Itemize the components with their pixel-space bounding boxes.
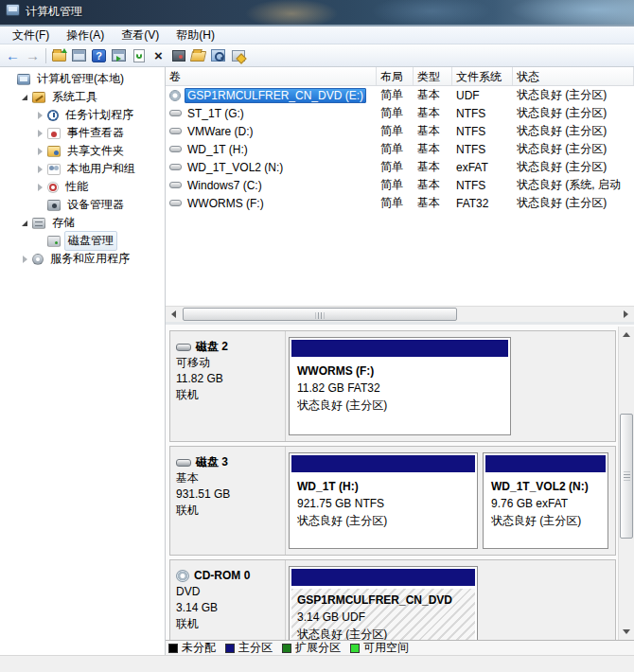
sidebar-item-10[interactable]: 服务和应用程序 bbox=[0, 250, 165, 268]
tree-expand-icon[interactable] bbox=[19, 256, 30, 263]
partition-label: GSP1RMCULFRER_CN_DVD bbox=[297, 592, 469, 609]
tree-expand-icon[interactable] bbox=[34, 166, 45, 173]
open-folder-icon bbox=[190, 51, 206, 62]
partition-label: WD_1T_VOL2 (N:) bbox=[491, 478, 600, 495]
volume-table-header: 卷布局类型文件系统状态 bbox=[166, 67, 634, 86]
hard-drive-icon bbox=[169, 128, 182, 134]
vertical-scrollbar-thumb[interactable] bbox=[620, 414, 633, 539]
menu-item-3[interactable]: 帮助(H) bbox=[167, 27, 223, 44]
disk-size: 931.51 GB bbox=[176, 486, 279, 503]
column-header-0[interactable]: 卷 bbox=[166, 67, 377, 85]
tree-collapse-icon[interactable] bbox=[19, 95, 30, 100]
column-header-3[interactable]: 文件系统 bbox=[452, 67, 513, 85]
tree-expand-icon[interactable] bbox=[34, 130, 45, 137]
volume-status: 状态良好 (主分区) bbox=[513, 87, 634, 103]
tree-expand-icon[interactable] bbox=[34, 184, 45, 191]
back-button[interactable]: ← bbox=[3, 46, 23, 65]
volume-type: 基本 bbox=[414, 177, 452, 193]
partition[interactable]: WD_1T (H:)921.75 GB NTFS状态良好 (主分区) bbox=[289, 452, 478, 549]
volume-layout: 简单 bbox=[377, 123, 414, 139]
disk-icon bbox=[176, 344, 191, 351]
volume-row[interactable]: VMWare (D:)简单基本NTFS状态良好 (主分区) bbox=[166, 122, 634, 140]
cdrom-icon bbox=[176, 570, 189, 582]
tree-item-label: 设备管理器 bbox=[64, 196, 127, 214]
tree-item-label: 磁盘管理 bbox=[64, 231, 117, 251]
volume-row[interactable]: Windows7 (C:)简单基本NTFS状态良好 (系统, 启动 bbox=[166, 176, 634, 194]
sidebar-item-4[interactable]: 共享文件夹 bbox=[0, 142, 165, 160]
sidebar-item-8[interactable]: 存储 bbox=[0, 214, 165, 232]
legend-item-2: 扩展分区 bbox=[282, 640, 341, 655]
horizontal-scrollbar-thumb[interactable] bbox=[183, 308, 457, 321]
disk-header[interactable]: 磁盘 2可移动11.82 GB联机 bbox=[170, 331, 286, 441]
scroll-left-button[interactable] bbox=[166, 307, 182, 322]
partition-color-bar bbox=[291, 455, 475, 472]
sidebar-tree: 计算机管理(本地)系统工具任务计划程序事件查看器共享文件夹本地用户和组性能设备管… bbox=[0, 67, 166, 655]
legend-label: 未分配 bbox=[182, 640, 216, 655]
volume-row[interactable]: WD_1T (H:)简单基本NTFS状态良好 (主分区) bbox=[166, 140, 634, 158]
sidebar-item-3[interactable]: 事件查看器 bbox=[0, 124, 165, 142]
volume-row[interactable]: WD_1T_VOL2 (N:)简单基本exFAT状态良好 (主分区) bbox=[166, 158, 634, 176]
tree-collapse-icon[interactable] bbox=[19, 221, 30, 226]
disk-header[interactable]: 磁盘 3基本931.51 GB联机 bbox=[170, 447, 286, 555]
volume-row[interactable]: WWORMS (F:)简单基本FAT32状态良好 (主分区) bbox=[166, 194, 634, 212]
horizontal-scrollbar[interactable] bbox=[166, 306, 634, 322]
menu-item-1[interactable]: 操作(A) bbox=[58, 27, 113, 44]
partition-color-bar bbox=[291, 569, 475, 586]
partition[interactable]: GSP1RMCULFRER_CN_DVD3.14 GB UDF状态良好 (主分区… bbox=[289, 566, 478, 640]
action-pane-icon bbox=[112, 49, 126, 62]
partition[interactable]: WWORMS (F:)11.82 GB FAT32状态良好 (主分区) bbox=[289, 337, 511, 435]
partition-body: WD_1T (H:)921.75 GB NTFS状态良好 (主分区) bbox=[291, 473, 475, 546]
disk-header[interactable]: CD-ROM 0DVD3.14 GB联机 bbox=[170, 560, 286, 640]
legend-swatch bbox=[168, 644, 178, 653]
vertical-scrollbar[interactable] bbox=[618, 327, 634, 640]
disk-title: CD-ROM 0 bbox=[176, 568, 279, 584]
sidebar-item-6[interactable]: 性能 bbox=[0, 178, 165, 196]
column-header-4[interactable]: 状态 bbox=[513, 67, 634, 85]
volume-name: ST_1T (G:) bbox=[185, 107, 246, 120]
cd-drive-icon bbox=[169, 90, 181, 101]
sidebar-item-1[interactable]: 系统工具 bbox=[0, 88, 165, 106]
disk-type: 可移动 bbox=[176, 355, 279, 371]
sidebar-item-5[interactable]: 本地用户和组 bbox=[0, 160, 165, 178]
disk-type: DVD bbox=[176, 584, 279, 600]
tree-item-label: 存储 bbox=[49, 214, 78, 232]
properties-button[interactable] bbox=[168, 46, 188, 65]
refresh-button[interactable] bbox=[129, 46, 149, 65]
forward-button[interactable]: → bbox=[23, 46, 43, 65]
menu-item-2[interactable]: 查看(V) bbox=[113, 27, 167, 44]
export-folder-icon bbox=[52, 51, 66, 62]
volume-row[interactable]: GSP1RMCULFRER_CN_DVD (E:)简单基本UDF状态良好 (主分… bbox=[166, 86, 634, 104]
console-tree-button[interactable] bbox=[69, 46, 89, 65]
open-folder-button[interactable] bbox=[188, 46, 208, 65]
titlebar[interactable]: 计算机管理 bbox=[0, 0, 634, 27]
sidebar-item-7[interactable]: 设备管理器 bbox=[0, 196, 165, 214]
disk-row-0: 磁盘 2可移动11.82 GB联机WWORMS (F:)11.82 GB FAT… bbox=[169, 330, 616, 442]
volume-table-rows: GSP1RMCULFRER_CN_DVD (E:)简单基本UDF状态良好 (主分… bbox=[166, 86, 634, 212]
scroll-right-button[interactable] bbox=[618, 307, 634, 322]
legend-swatch bbox=[282, 644, 291, 653]
volume-status: 状态良好 (主分区) bbox=[513, 123, 634, 139]
scroll-up-button[interactable] bbox=[619, 327, 634, 343]
column-header-1[interactable]: 布局 bbox=[377, 67, 414, 85]
tree-expand-icon[interactable] bbox=[34, 148, 45, 155]
action-pane-button[interactable] bbox=[109, 46, 129, 65]
partition-color-bar bbox=[291, 340, 508, 357]
volume-filesystem: NTFS bbox=[452, 143, 513, 156]
volume-row[interactable]: ST_1T (G:)简单基本NTFS状态良好 (主分区) bbox=[166, 104, 634, 122]
sidebar-item-2[interactable]: 任务计划程序 bbox=[0, 106, 165, 124]
tree-item-label: 计算机管理(本地) bbox=[34, 70, 127, 88]
help-window-button[interactable]: ? bbox=[89, 46, 109, 65]
menu-item-0[interactable]: 文件(F) bbox=[4, 27, 58, 44]
volume-type: 基本 bbox=[414, 87, 452, 103]
sidebar-item-0[interactable]: 计算机管理(本地) bbox=[0, 70, 165, 88]
tree-expand-icon[interactable] bbox=[34, 112, 45, 119]
report-button[interactable] bbox=[228, 46, 248, 65]
delete-button[interactable]: × bbox=[149, 46, 168, 65]
sidebar-item-9[interactable]: 磁盘管理 bbox=[0, 232, 165, 250]
partition[interactable]: WD_1T_VOL2 (N:)9.76 GB exFAT状态良好 (主分区) bbox=[483, 452, 608, 549]
export-folder-button[interactable] bbox=[49, 46, 69, 65]
scroll-down-button[interactable] bbox=[619, 624, 634, 640]
window-title: 计算机管理 bbox=[26, 3, 82, 20]
column-header-2[interactable]: 类型 bbox=[414, 67, 452, 85]
search-button[interactable] bbox=[208, 46, 228, 65]
